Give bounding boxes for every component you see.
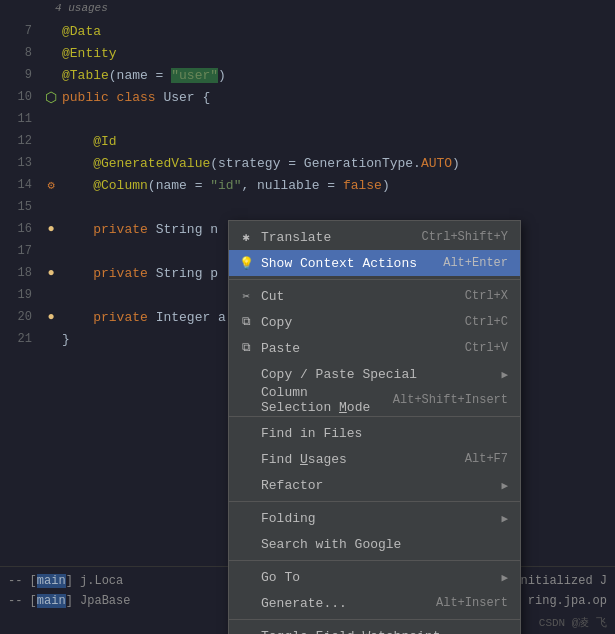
menu-item-paste-shortcut: Ctrl+V bbox=[465, 341, 508, 355]
menu-item-search-google-label: Search with Google bbox=[261, 537, 508, 552]
editor-line: 13 @GeneratedValue(strategy = Generation… bbox=[0, 152, 615, 174]
menu-item-go-to-label: Go To bbox=[261, 570, 497, 585]
menu-item-search-google[interactable]: Search with Google bbox=[229, 531, 520, 557]
menu-item-generate[interactable]: Generate... Alt+Insert bbox=[229, 590, 520, 616]
menu-separator-1 bbox=[229, 279, 520, 280]
menu-item-paste-label: Paste bbox=[261, 341, 457, 356]
menu-item-copy-label: Copy bbox=[261, 315, 457, 330]
menu-item-find-in-files[interactable]: Find in Files bbox=[229, 420, 520, 446]
menu-separator-3 bbox=[229, 501, 520, 502]
menu-item-find-usages-shortcut: Alt+F7 bbox=[465, 452, 508, 466]
editor-line: 7 @Data bbox=[0, 20, 615, 42]
copy-icon: ⧉ bbox=[237, 315, 255, 329]
menu-item-column-selection-label: Column Selection Mode bbox=[261, 385, 385, 415]
paste-icon: ⧉ bbox=[237, 341, 255, 355]
folding-arrow: ▶ bbox=[501, 512, 508, 525]
watermark: CSDN @凌 飞 bbox=[539, 615, 607, 630]
menu-item-column-selection-shortcut: Alt+Shift+Insert bbox=[393, 393, 508, 407]
cut-icon: ✂ bbox=[237, 289, 255, 304]
menu-item-toggle-watchpoint[interactable]: Toggle Field Watchpoint bbox=[229, 623, 520, 634]
menu-item-find-usages[interactable]: Find Usages Alt+F7 bbox=[229, 446, 520, 472]
menu-separator-4 bbox=[229, 560, 520, 561]
menu-item-toggle-watchpoint-label: Toggle Field Watchpoint bbox=[261, 629, 508, 635]
refactor-arrow: ▶ bbox=[501, 479, 508, 492]
menu-item-find-usages-label: Find Usages bbox=[261, 452, 457, 467]
copy-paste-special-arrow: ▶ bbox=[501, 368, 508, 381]
menu-item-cut-label: Cut bbox=[261, 289, 457, 304]
editor-line: 14 ⚙ @Column(name = "id", nullable = fal… bbox=[0, 174, 615, 196]
menu-item-generate-shortcut: Alt+Insert bbox=[436, 596, 508, 610]
menu-item-context-actions-label: Show Context Actions bbox=[261, 256, 435, 271]
editor-line: 9 @Table(name = "user") bbox=[0, 64, 615, 86]
editor-line: 11 bbox=[0, 108, 615, 130]
menu-item-context-actions-shortcut: Alt+Enter bbox=[443, 256, 508, 270]
translate-icon: ✱ bbox=[237, 230, 255, 245]
menu-separator-2 bbox=[229, 416, 520, 417]
menu-item-copy-shortcut: Ctrl+C bbox=[465, 315, 508, 329]
editor-line: 15 bbox=[0, 196, 615, 218]
menu-item-column-selection[interactable]: Column Selection Mode Alt+Shift+Insert bbox=[229, 387, 520, 413]
menu-item-translate[interactable]: ✱ Translate Ctrl+Shift+Y bbox=[229, 224, 520, 250]
menu-item-refactor-label: Refactor bbox=[261, 478, 497, 493]
context-actions-icon: 💡 bbox=[237, 256, 255, 271]
editor-line: 10 ⬡ public class User { bbox=[0, 86, 615, 108]
menu-item-translate-label: Translate bbox=[261, 230, 414, 245]
go-to-arrow: ▶ bbox=[501, 571, 508, 584]
menu-item-paste[interactable]: ⧉ Paste Ctrl+V bbox=[229, 335, 520, 361]
menu-item-folding-label: Folding bbox=[261, 511, 497, 526]
menu-item-translate-shortcut: Ctrl+Shift+Y bbox=[422, 230, 508, 244]
editor-line: 12 @Id bbox=[0, 130, 615, 152]
context-menu: ✱ Translate Ctrl+Shift+Y 💡 Show Context … bbox=[228, 220, 521, 634]
menu-item-show-context-actions[interactable]: 💡 Show Context Actions Alt+Enter bbox=[229, 250, 520, 276]
menu-item-generate-label: Generate... bbox=[261, 596, 428, 611]
menu-item-refactor[interactable]: Refactor ▶ bbox=[229, 472, 520, 498]
menu-item-cut[interactable]: ✂ Cut Ctrl+X bbox=[229, 283, 520, 309]
menu-separator-5 bbox=[229, 619, 520, 620]
menu-item-copy-paste-special-label: Copy / Paste Special bbox=[261, 367, 497, 382]
editor-line: 8 @Entity bbox=[0, 42, 615, 64]
menu-item-find-in-files-label: Find in Files bbox=[261, 426, 508, 441]
menu-item-copy-paste-special[interactable]: Copy / Paste Special ▶ bbox=[229, 361, 520, 387]
menu-item-folding[interactable]: Folding ▶ bbox=[229, 505, 520, 531]
menu-item-cut-shortcut: Ctrl+X bbox=[465, 289, 508, 303]
usages-hint: 4 usages bbox=[55, 2, 108, 14]
menu-item-go-to[interactable]: Go To ▶ bbox=[229, 564, 520, 590]
menu-item-copy[interactable]: ⧉ Copy Ctrl+C bbox=[229, 309, 520, 335]
